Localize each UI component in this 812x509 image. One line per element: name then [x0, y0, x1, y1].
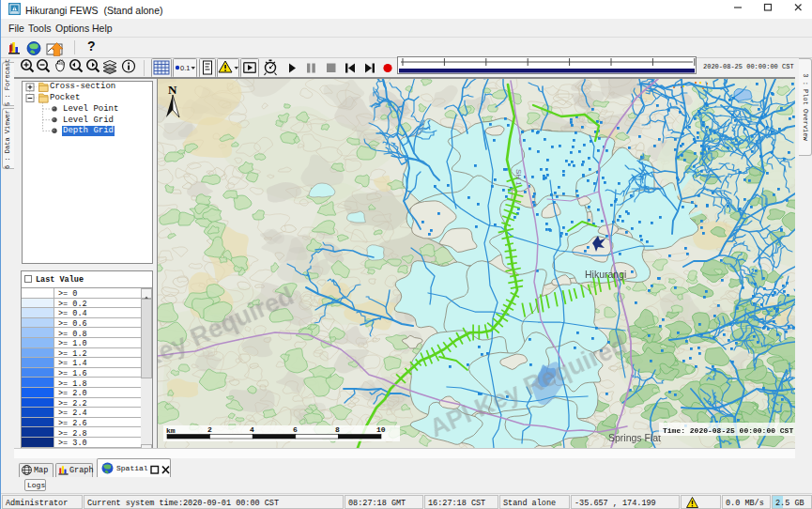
- svg-text:6: 6: [293, 425, 298, 434]
- svg-text:Springs Flat: Springs Flat: [608, 432, 661, 443]
- svg-text:0.1: 0.1: [180, 64, 190, 72]
- svg-text:8: 8: [335, 425, 340, 434]
- svg-text:SH 1: SH 1: [514, 169, 523, 186]
- svg-text:Time: 2020-08-25 00:00:00 CST: Time: 2020-08-25 00:00:00 CST: [663, 426, 793, 435]
- svg-text:N: N: [168, 83, 177, 97]
- svg-text:10: 10: [376, 425, 386, 434]
- svg-text:2: 2: [207, 425, 212, 434]
- svg-text:Hikurangi: Hikurangi: [585, 269, 626, 280]
- svg-text:4: 4: [250, 425, 254, 434]
- svg-text:km: km: [166, 426, 176, 435]
